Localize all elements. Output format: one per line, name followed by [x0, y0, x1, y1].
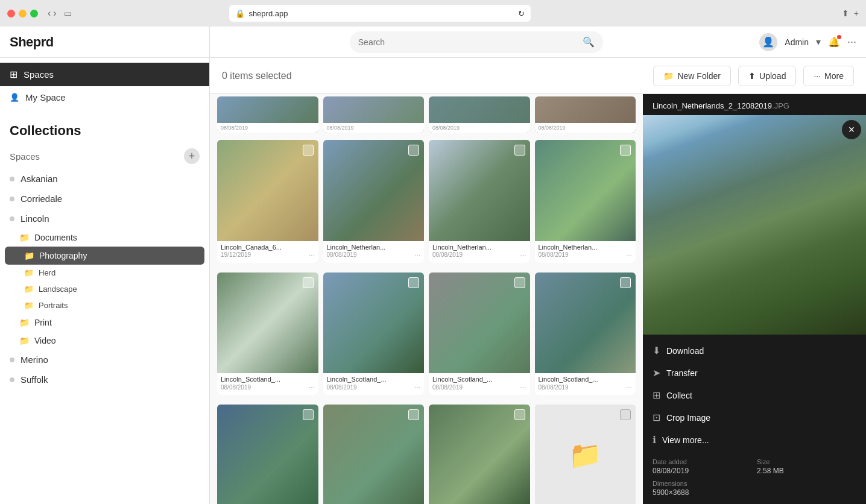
crop-label: Crop Image: [666, 413, 710, 423]
portraits-label: Portraits: [39, 301, 68, 310]
sidebar-item-askanian[interactable]: Askanian: [0, 169, 209, 189]
top-row-item-3[interactable]: 08/08/2019: [429, 96, 530, 133]
grid-item-portraits-folder[interactable]: 📁 Portraits 08/08/2019 ···: [535, 405, 636, 504]
back-button[interactable]: ‹: [48, 8, 51, 19]
video-label: Video: [34, 336, 56, 345]
canada-checkbox[interactable]: [303, 145, 314, 156]
scotland-3-checkbox[interactable]: [514, 277, 525, 288]
sidebar-item-merino[interactable]: Merino: [0, 350, 209, 370]
subfolder-landscape[interactable]: 📁 Landscape: [0, 281, 209, 297]
grid-row-2: Lincoln_Canada_6... 19/12/2019 ··· Linco…: [217, 135, 636, 268]
scotland-3-date: 08/08/2019: [432, 384, 463, 391]
more-options-button[interactable]: ···: [847, 36, 856, 48]
main-content: 🔍 👤 Admin ▾ 🔔 ··· 0 items selected 📁 N: [210, 27, 866, 504]
scotland-4-dots[interactable]: ···: [626, 383, 632, 391]
user-chevron[interactable]: ▾: [816, 36, 821, 48]
subfolder-portraits[interactable]: 📁 Portraits: [0, 297, 209, 313]
sidebar-item-myspace[interactable]: 👤 My Space: [0, 86, 209, 109]
folder-video[interactable]: 📁 Video: [0, 332, 209, 350]
action-collect[interactable]: ⊞ Collect: [643, 384, 866, 406]
portraits-folder-checkbox[interactable]: [620, 409, 631, 420]
action-transfer[interactable]: ➤ Transfer: [643, 362, 866, 384]
grid-item-scotland-2[interactable]: Lincoln_Scotland_... 08/08/2019 ···: [323, 272, 425, 395]
netherlands-1-date: 08/08/2019: [327, 251, 357, 258]
new-folder-button[interactable]: 📁 New Folder: [653, 66, 731, 86]
action-crop[interactable]: ⊡ Crop Image: [643, 406, 866, 429]
netherlands-2-checkbox[interactable]: [514, 145, 525, 156]
netherlands-1-dots[interactable]: ···: [414, 251, 420, 259]
app: Sheprd ⊞ Spaces 👤 My Space Collections S…: [0, 27, 866, 504]
more-button[interactable]: ··· More: [803, 66, 854, 86]
size-label: Size: [757, 458, 856, 465]
date-added-label: Date added: [653, 458, 752, 465]
grid-item-netherlands-2[interactable]: Lincoln_Netherlan... 08/08/2019 ···: [429, 140, 530, 263]
scotland-4-checkbox[interactable]: [620, 277, 631, 288]
search-bar[interactable]: 🔍: [350, 31, 603, 53]
minimize-button[interactable]: [19, 10, 27, 17]
sidebar-toggle-button[interactable]: ▭: [64, 8, 72, 18]
grid-item-scotland-6[interactable]: Lincoln_Scotland_... 08/08/2019 ···: [323, 405, 425, 504]
netherlands-1-checkbox[interactable]: [408, 145, 419, 156]
sidebar-item-lincoln[interactable]: Lincoln: [0, 209, 209, 228]
action-view-more[interactable]: ℹ View more...: [643, 429, 866, 451]
suffolk-label: Suffolk: [21, 374, 48, 385]
canada-dots[interactable]: ···: [308, 251, 314, 259]
forward-button[interactable]: ›: [53, 8, 56, 19]
crop-icon: ⊡: [653, 412, 660, 423]
date-added-value: 08/08/2019: [653, 467, 752, 475]
scotland-5-checkbox[interactable]: [303, 409, 314, 420]
scotland-2-checkbox[interactable]: [408, 277, 419, 288]
scotland-2-dots[interactable]: ···: [414, 383, 420, 391]
preview-close-button[interactable]: ×: [842, 120, 861, 139]
url-text: sheprd.app: [248, 9, 288, 18]
merino-dot: [10, 358, 14, 362]
sidebar-item-suffolk[interactable]: Suffolk: [0, 370, 209, 389]
share-button[interactable]: ⬆: [842, 8, 849, 18]
grid-item-netherlands-1[interactable]: Lincoln_Netherlan... 08/08/2019 ···: [323, 140, 425, 263]
scotland-1-dots[interactable]: ···: [308, 383, 314, 391]
grid-item-scotland-1[interactable]: Lincoln_Scotland_... 08/08/2019 ···: [217, 272, 318, 395]
grid-item-scotland-7[interactable]: Lincoln_Scotland_... 08/08/2019 ···: [429, 405, 530, 504]
grid-item-canada[interactable]: Lincoln_Canada_6... 19/12/2019 ···: [217, 140, 318, 263]
logo: Sheprd: [10, 34, 54, 50]
netherlands-2-dots[interactable]: ···: [520, 251, 526, 259]
scotland-7-checkbox[interactable]: [514, 409, 525, 420]
folder-documents[interactable]: 📁 Documents: [0, 228, 209, 247]
top-item-2-date: 08/08/2019: [327, 125, 421, 131]
top-row-item-2[interactable]: 08/08/2019: [323, 96, 425, 133]
reload-icon[interactable]: ↻: [518, 9, 525, 18]
netherlands-3-name: Lincoln_Netherlan...: [539, 244, 633, 251]
close-button[interactable]: [7, 10, 15, 17]
upload-button[interactable]: ⬆ Upload: [738, 66, 796, 86]
subfolder-herd[interactable]: 📁 Herd: [0, 265, 209, 281]
folder-photography[interactable]: 📁 Photography: [5, 247, 204, 265]
notification-button[interactable]: 🔔: [828, 36, 840, 48]
sidebar: Sheprd ⊞ Spaces 👤 My Space Collections S…: [0, 27, 210, 504]
grid-item-scotland-3[interactable]: Lincoln_Scotland_... 08/08/2019 ···: [429, 272, 530, 395]
top-row-item-4[interactable]: 08/08/2019: [535, 96, 636, 133]
sidebar-item-spaces[interactable]: ⊞ Spaces: [0, 63, 209, 86]
content-area: 08/08/2019 08/08/2019 08/08/2019: [210, 94, 866, 504]
grid-row-3: Lincoln_Scotland_... 08/08/2019 ··· Linc…: [217, 268, 636, 400]
size-value: 2.58 MB: [757, 467, 856, 475]
add-space-button[interactable]: +: [184, 148, 200, 164]
search-input[interactable]: [358, 37, 578, 47]
url-bar[interactable]: 🔒 sheprd.app ↻: [229, 5, 531, 22]
scotland-3-dots[interactable]: ···: [520, 383, 526, 391]
netherlands-3-checkbox[interactable]: [620, 145, 631, 156]
grid-item-scotland-4[interactable]: Lincoln_Scotland_... 08/08/2019 ···: [535, 272, 636, 395]
myspace-label: My Space: [25, 92, 66, 102]
top-row-item-1[interactable]: 08/08/2019: [217, 96, 318, 133]
add-tab-button[interactable]: +: [854, 8, 859, 18]
netherlands-3-dots[interactable]: ···: [626, 251, 632, 259]
scotland-1-name: Lincoln_Scotland_...: [221, 376, 315, 383]
maximize-button[interactable]: [30, 10, 38, 17]
transfer-label: Transfer: [666, 368, 698, 378]
action-download[interactable]: ⬇ Download: [643, 339, 866, 362]
scotland-1-checkbox[interactable]: [303, 277, 314, 288]
grid-item-scotland-5[interactable]: Lincoln_Scotland_... 08/08/2019 ···: [217, 405, 318, 504]
grid-item-netherlands-3[interactable]: Lincoln_Netherlan... 08/08/2019 ···: [535, 140, 636, 263]
sidebar-item-corriedale[interactable]: Corriedale: [0, 189, 209, 209]
scotland-6-checkbox[interactable]: [408, 409, 419, 420]
folder-print[interactable]: 📁 Print: [0, 313, 209, 332]
